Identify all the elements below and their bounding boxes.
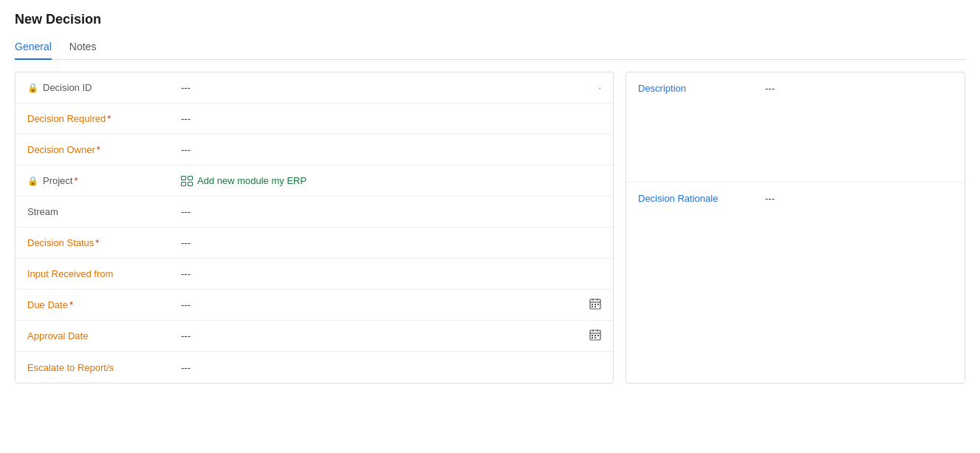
- form-row-escalate: Escalate to Report/s ---: [16, 352, 613, 383]
- calendar-icon-due-date[interactable]: [589, 298, 601, 312]
- svg-rect-3: [188, 182, 193, 185]
- label-wrapper-escalate: Escalate to Report/s: [27, 362, 175, 373]
- lock-icon-decision-id: 🔒: [27, 83, 38, 93]
- required-star-decision-status: *: [95, 237, 99, 248]
- label-wrapper-decision-owner: Decision Owner *: [27, 144, 175, 155]
- description-row: Description ---: [638, 83, 953, 171]
- value-description[interactable]: ---: [756, 83, 775, 94]
- form-row-decision-owner: Decision Owner * ---: [16, 134, 613, 166]
- rationale-row: Decision Rationale ---: [638, 193, 953, 267]
- svg-rect-8: [592, 304, 593, 305]
- form-row-approval-date: Approval Date ---: [16, 321, 613, 352]
- value-stream[interactable]: ---: [175, 206, 601, 217]
- tab-general[interactable]: General: [15, 36, 52, 60]
- svg-rect-10: [597, 304, 599, 305]
- label-description: Description: [638, 83, 756, 94]
- svg-rect-20: [592, 337, 593, 338]
- calendar-icon-approval-date[interactable]: [589, 329, 601, 343]
- label-stream: Stream: [27, 206, 58, 217]
- tabs-bar: General Notes: [15, 36, 965, 60]
- svg-rect-1: [188, 176, 193, 180]
- value-decision-required[interactable]: ---: [175, 113, 601, 124]
- required-star-decision-required: *: [107, 113, 111, 124]
- label-rationale: Decision Rationale: [638, 193, 756, 204]
- form-row-decision-id: 🔒 Decision ID --- ·: [16, 72, 613, 103]
- svg-rect-0: [182, 176, 186, 180]
- label-decision-owner: Decision Owner: [27, 144, 95, 155]
- value-due-date[interactable]: ---: [175, 299, 589, 310]
- svg-rect-2: [182, 182, 186, 185]
- label-escalate: Escalate to Report/s: [27, 362, 114, 373]
- value-approval-date[interactable]: ---: [175, 330, 589, 341]
- label-decision-status: Decision Status: [27, 237, 94, 248]
- label-decision-required: Decision Required: [27, 113, 106, 124]
- svg-rect-11: [592, 306, 593, 307]
- value-project[interactable]: Add new module my ERP: [175, 175, 601, 186]
- value-input-received[interactable]: ---: [175, 268, 601, 279]
- required-star-due-date: *: [69, 299, 73, 310]
- label-wrapper-stream: Stream: [27, 206, 175, 217]
- content-area: 🔒 Decision ID --- · Decision Required * …: [15, 72, 965, 384]
- left-panel: 🔒 Decision ID --- · Decision Required * …: [15, 72, 614, 384]
- label-wrapper-due-date: Due Date *: [27, 299, 175, 310]
- page-title: New Decision: [15, 12, 965, 27]
- label-wrapper-decision-id: 🔒 Decision ID: [27, 82, 175, 93]
- svg-rect-12: [594, 306, 596, 307]
- right-section-rationale: Decision Rationale ---: [626, 183, 964, 277]
- tab-notes[interactable]: Notes: [69, 36, 97, 60]
- form-row-project: 🔒 Project * Add new module my ERP: [16, 166, 613, 197]
- right-panel: Description --- Decision Rationale ---: [626, 72, 965, 384]
- required-star-project: *: [74, 175, 78, 186]
- label-wrapper-project: 🔒 Project *: [27, 175, 175, 186]
- lock-icon-project: 🔒: [27, 176, 38, 186]
- svg-rect-21: [594, 337, 596, 338]
- value-rationale[interactable]: ---: [756, 193, 775, 204]
- label-decision-id: Decision ID: [43, 82, 92, 93]
- right-section-description: Description ---: [626, 72, 964, 183]
- page-wrapper: New Decision General Notes 🔒 Decision ID…: [0, 0, 980, 395]
- label-wrapper-input-received: Input Received from: [27, 268, 175, 279]
- svg-rect-9: [594, 304, 596, 305]
- required-star-decision-owner: *: [97, 144, 100, 155]
- grid-icon: [181, 176, 193, 186]
- form-row-input-received: Input Received from ---: [16, 259, 613, 290]
- svg-rect-18: [594, 335, 596, 336]
- label-wrapper-approval-date: Approval Date: [27, 330, 175, 341]
- label-wrapper-decision-status: Decision Status *: [27, 237, 175, 248]
- label-due-date: Due Date: [27, 299, 68, 310]
- value-decision-owner[interactable]: ---: [175, 144, 601, 155]
- label-approval-date: Approval Date: [27, 330, 88, 341]
- label-input-received: Input Received from: [27, 268, 113, 279]
- label-project: Project: [43, 175, 72, 186]
- project-link-text[interactable]: Add new module my ERP: [197, 175, 306, 186]
- value-decision-status[interactable]: ---: [175, 237, 601, 248]
- required-dot-decision-id: ·: [598, 82, 601, 93]
- label-wrapper-decision-required: Decision Required *: [27, 113, 175, 124]
- project-link[interactable]: Add new module my ERP: [181, 175, 601, 186]
- value-decision-id[interactable]: ---: [175, 82, 598, 93]
- form-row-decision-required: Decision Required * ---: [16, 103, 613, 134]
- form-row-decision-status: Decision Status * ---: [16, 228, 613, 259]
- svg-rect-19: [597, 335, 599, 336]
- form-row-due-date: Due Date * ---: [16, 290, 613, 321]
- value-escalate[interactable]: ---: [175, 362, 601, 373]
- form-row-stream: Stream ---: [16, 197, 613, 228]
- svg-rect-17: [592, 335, 593, 336]
